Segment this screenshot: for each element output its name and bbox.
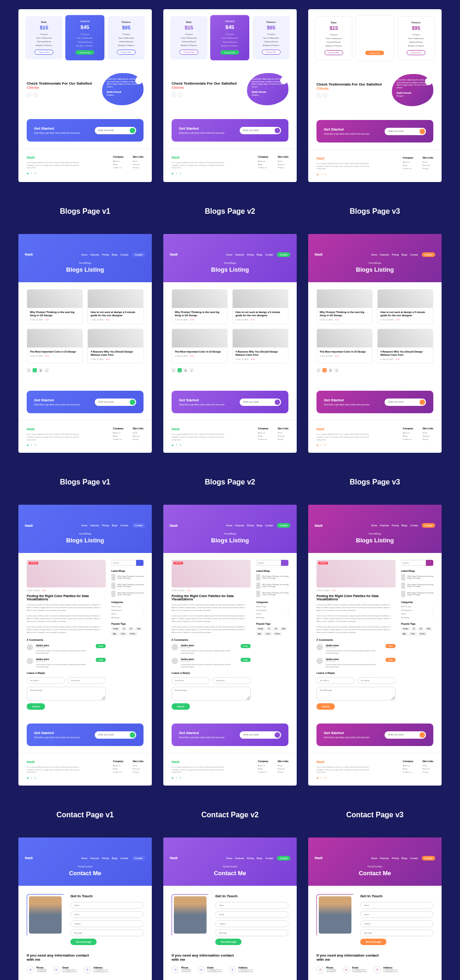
tag[interactable]: UX xyxy=(273,627,279,631)
name-input[interactable] xyxy=(316,677,355,684)
category-link[interactable]: Web Design› xyxy=(401,605,433,608)
footer-link[interactable]: Pricing xyxy=(422,167,433,170)
footer-link[interactable]: Features xyxy=(277,768,288,770)
footer-link[interactable]: About us xyxy=(258,160,269,162)
nav-link[interactable]: Contact xyxy=(265,857,273,860)
likes-icon[interactable]: ♥ 25 xyxy=(46,319,49,321)
footer-link[interactable]: Blogs xyxy=(113,163,124,165)
footer-link[interactable]: Blogs xyxy=(258,435,269,437)
contact-name-input[interactable] xyxy=(215,902,288,909)
latest-post-item[interactable]: Why Product Thinking is the next big thi… xyxy=(111,591,144,597)
nav-contact-button[interactable]: Contact xyxy=(422,523,435,528)
footer-link[interactable]: Pricing xyxy=(277,438,288,440)
latest-post-item[interactable]: Why Product Thinking is the next big thi… xyxy=(256,582,288,589)
footer-link[interactable]: Features xyxy=(132,163,144,165)
cta-email-input[interactable] xyxy=(240,127,281,134)
nav-link[interactable]: Features xyxy=(380,857,389,860)
cta-email-input[interactable] xyxy=(95,399,136,406)
logo[interactable]: Nadi xyxy=(25,252,33,256)
email-field[interactable] xyxy=(98,401,130,403)
contact-subject-input[interactable] xyxy=(360,920,433,927)
latest-post-item[interactable]: Why Product Thinking is the next big thi… xyxy=(401,574,433,581)
social-icons[interactable]: ◉f𝕏 xyxy=(316,173,369,176)
choose-plan-button[interactable]: Choose Plan xyxy=(76,50,95,54)
reply-button[interactable]: Reply xyxy=(385,644,396,648)
nav-link[interactable]: Features xyxy=(90,253,99,256)
tag[interactable]: UI xyxy=(266,627,272,631)
page-prev[interactable]: ‹ xyxy=(172,368,176,372)
nav-link[interactable]: Features xyxy=(380,253,389,256)
footer-link[interactable]: Home xyxy=(132,764,144,767)
submit-button[interactable]: Submit xyxy=(27,703,45,710)
choose-plan-button[interactable]: Choose Plan xyxy=(407,50,426,55)
nav-link[interactable]: Pricing xyxy=(247,857,254,860)
likes-icon[interactable]: ♥ 25 xyxy=(42,589,46,592)
email-field[interactable] xyxy=(388,130,420,132)
footer-link[interactable]: Home xyxy=(132,160,144,162)
name-input[interactable] xyxy=(27,677,65,684)
nav-link[interactable]: Features xyxy=(235,253,244,256)
latest-post-item[interactable]: Why Product Thinking is the next big thi… xyxy=(401,582,433,589)
category-link[interactable]: UI/UX› xyxy=(111,613,144,615)
prev-icon[interactable]: ‹ xyxy=(316,93,321,98)
nav-link[interactable]: Home xyxy=(81,253,87,256)
category-link[interactable]: UI/UX› xyxy=(401,613,433,615)
social-icons[interactable]: ◉f𝕏 xyxy=(172,172,224,175)
choose-plan-button[interactable]: Choose Plan xyxy=(366,51,385,55)
nav-contact-button[interactable]: Contact xyxy=(422,856,435,860)
email-input[interactable] xyxy=(68,677,106,684)
message-textarea[interactable] xyxy=(27,687,106,701)
cta-email-input[interactable] xyxy=(95,731,136,739)
submit-button[interactable]: Submit xyxy=(316,703,335,710)
logo[interactable]: Nadi xyxy=(315,524,322,528)
social-icons[interactable]: ◉f𝕏 xyxy=(27,776,79,779)
nav-link[interactable]: Pricing xyxy=(247,253,254,256)
reply-button[interactable]: Reply xyxy=(96,658,106,662)
price-card[interactable]: Premium $95 2 ProjectsTeam Collaboration… xyxy=(253,16,290,59)
logo[interactable]: Nadi xyxy=(170,524,178,528)
nav-link[interactable]: Features xyxy=(90,857,99,860)
cta-email-input[interactable] xyxy=(385,731,426,739)
likes-icon[interactable]: ♥ 25 xyxy=(46,355,49,357)
blog-card[interactable]: Why Product Thinking is the next big thi… xyxy=(27,289,83,324)
footer-link[interactable]: Features xyxy=(422,768,433,770)
nav-contact-button[interactable]: Contact xyxy=(132,523,145,528)
likes-icon[interactable]: ♥ 25 xyxy=(335,319,339,321)
footer-link[interactable]: Contact us xyxy=(403,167,414,170)
footer-link[interactable]: Blogs xyxy=(403,164,414,166)
name-input[interactable] xyxy=(172,677,210,684)
nav-link[interactable]: Home xyxy=(371,253,377,256)
footer-link[interactable]: About us xyxy=(113,160,124,162)
tag[interactable]: Web xyxy=(135,627,142,631)
latest-post-item[interactable]: Why Product Thinking is the next big thi… xyxy=(401,591,433,597)
nav-link[interactable]: Contact xyxy=(121,253,128,256)
nav-link[interactable]: Blogs xyxy=(112,857,118,860)
page-2[interactable]: 2 xyxy=(39,368,43,372)
category-link[interactable]: Development› xyxy=(111,609,144,611)
footer-link[interactable]: Contact us xyxy=(113,166,124,169)
latest-post-item[interactable]: Why Product Thinking is the next big thi… xyxy=(256,591,288,597)
contact-email-input[interactable] xyxy=(360,911,433,918)
choose-plan-button[interactable]: Choose Plan xyxy=(117,50,136,55)
footer-link[interactable]: Home xyxy=(422,432,433,434)
page-1[interactable]: 1 xyxy=(33,368,37,372)
contact-message-input[interactable] xyxy=(215,929,288,936)
page-2[interactable]: 2 xyxy=(184,368,188,372)
tag[interactable]: UX xyxy=(128,627,134,631)
footer-link[interactable]: Blogs xyxy=(258,768,269,770)
nav-link[interactable]: Blogs xyxy=(257,857,263,860)
tag[interactable]: App xyxy=(111,632,118,636)
blog-card[interactable]: 4 Reasons Why You Should Design Without … xyxy=(87,329,144,364)
footer-link[interactable]: Blogs xyxy=(403,768,414,770)
reply-button[interactable]: Reply xyxy=(385,658,396,662)
email-input[interactable] xyxy=(357,677,396,684)
footer-link[interactable]: About us xyxy=(258,432,269,434)
footer-link[interactable]: About us xyxy=(113,432,124,434)
tag[interactable]: Design xyxy=(401,627,410,631)
logo[interactable]: Nadi xyxy=(170,856,178,860)
message-textarea[interactable] xyxy=(172,687,251,701)
price-card[interactable]: Premium $95 2 ProjectsTeam Collaboration… xyxy=(108,16,145,59)
nav-link[interactable]: Home xyxy=(226,857,232,860)
choose-plan-button[interactable]: Choose Plan xyxy=(179,50,198,55)
send-message-button[interactable]: Send Message xyxy=(360,939,386,945)
